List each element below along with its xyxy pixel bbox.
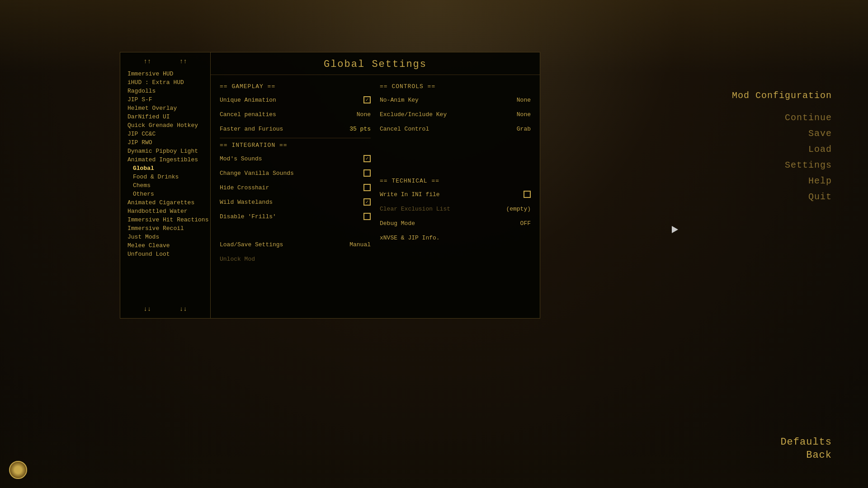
no-anim-key-value[interactable]: None [504, 97, 531, 103]
controls-header: == CONTROLS == [380, 83, 531, 90]
exclude-include-value[interactable]: None [504, 111, 531, 118]
setting-write-ini: Write In INI file [380, 189, 531, 200]
scroll-up-left-icon[interactable]: ↑↑ [143, 58, 151, 65]
setting-cancel-control: Cancel Control Grab [380, 123, 531, 134]
load-save-value[interactable]: Manual [344, 241, 371, 248]
sidebar: ↑↑ ↑↑ Immersive HUD iHUD : Extra HUD Rag… [120, 52, 211, 318]
technical-header: == TECHNICAL == [380, 178, 531, 184]
no-anim-key-label: No-Anim Key [380, 97, 504, 103]
sidebar-item-ihud-extra[interactable]: iHUD : Extra HUD [122, 78, 208, 87]
wild-wastelands-checkbox[interactable] [363, 198, 371, 206]
setting-xnvse-jip: xNVSE & JIP Info. [380, 232, 531, 243]
unlock-mod-label: Unlock Mod [220, 256, 371, 263]
faster-furious-value[interactable]: 35 pts [344, 126, 371, 132]
setting-unique-animation: Unique Animation [220, 94, 371, 105]
setting-disable-frills: Disable 'Frills' [220, 211, 371, 222]
sidebar-item-immersive-recoil[interactable]: Immersive Recoil [122, 224, 208, 233]
sidebar-arrows-bottom: ↓↓ ↓↓ [120, 304, 210, 314]
hide-crosshair-checkbox[interactable] [363, 184, 371, 191]
main-panel: ↑↑ ↑↑ Immersive HUD iHUD : Extra HUD Rag… [120, 52, 540, 319]
setting-hide-crosshair: Hide Crosshair [220, 182, 371, 193]
scroll-up-right-icon[interactable]: ↑↑ [179, 58, 187, 65]
setting-mods-sounds: Mod's Sounds [220, 153, 371, 164]
left-column: == GAMEPLAY == Unique Animation Cancel p… [220, 80, 371, 311]
sidebar-item-global[interactable]: Global [122, 164, 208, 173]
sidebar-item-food-drinks[interactable]: Food & Drinks [122, 173, 208, 181]
sidebar-item-animated-ingestibles[interactable]: Animated Ingestibles [122, 155, 208, 164]
setting-clear-exclusion: Clear Exclusion List (empty) [380, 203, 531, 214]
sidebar-arrows-top: ↑↑ ↑↑ [120, 56, 210, 67]
setting-cancel-penalties: Cancel penalties None [220, 109, 371, 120]
sidebar-item-melee-cleave[interactable]: Melee Cleave [122, 241, 208, 250]
sidebar-item-just-mods[interactable]: Just Mods [122, 233, 208, 241]
sidebar-item-others[interactable]: Others [122, 190, 208, 198]
clear-exclusion-label: Clear Exclusion List [380, 206, 504, 212]
sidebar-item-grenade-hotkey[interactable]: Quick Grenade Hotkey [122, 121, 208, 130]
sidebar-item-jip-rwo[interactable]: JIP RWO [122, 138, 208, 147]
wild-wastelands-label: Wild Wastelands [220, 199, 363, 206]
gameplay-header: == GAMEPLAY == [220, 83, 371, 90]
sidebar-item-hit-reactions[interactable]: Immersive Hit Reactions [122, 216, 208, 224]
sidebar-item-handbottled-water[interactable]: Handbottled Water [122, 207, 208, 216]
panel-title: Global Settings [211, 52, 540, 75]
setting-faster-furious: Faster and Furious 35 pts [220, 123, 371, 134]
hide-crosshair-label: Hide Crosshair [220, 184, 363, 191]
write-ini-checkbox[interactable] [524, 191, 531, 198]
cancel-penalties-value[interactable]: None [344, 111, 371, 118]
setting-exclude-include-key: Exclude/Include Key None [380, 109, 531, 120]
debug-mode-value[interactable]: OFF [504, 220, 531, 227]
sidebar-item-unfound-loot[interactable]: Unfound Loot [122, 250, 208, 258]
settings-button[interactable]: Settings [785, 159, 832, 171]
sidebar-item-jip-ccc[interactable]: JIP CC&C [122, 130, 208, 138]
setting-change-vanilla: Change Vanilla Sounds [220, 168, 371, 178]
exclude-include-label: Exclude/Include Key [380, 111, 504, 118]
xnvse-jip-label[interactable]: xNVSE & JIP Info. [380, 235, 531, 241]
save-button[interactable]: Save [808, 127, 832, 140]
load-save-label: Load/Save Settings [220, 241, 344, 248]
setting-no-anim-key: No-Anim Key None [380, 94, 531, 105]
sidebar-item-animated-cigarettes[interactable]: Animated Cigarettes [122, 198, 208, 207]
sidebar-item-ragdolls[interactable]: Ragdolls [122, 87, 208, 95]
write-ini-label: Write In INI file [380, 191, 524, 198]
setting-load-save: Load/Save Settings Manual [220, 239, 371, 250]
sidebar-item-helmet-overlay[interactable]: Helmet Overlay [122, 104, 208, 113]
back-button[interactable]: Back [806, 450, 832, 461]
mod-config-title: Mod Configuration [732, 90, 832, 101]
mouse-cursor [672, 226, 678, 233]
change-vanilla-label: Change Vanilla Sounds [220, 170, 363, 177]
quit-button[interactable]: Quit [808, 191, 832, 203]
right-menu-panel: Mod Configuration Continue Save Load Set… [732, 90, 832, 203]
unique-animation-checkbox[interactable] [363, 96, 371, 103]
setting-wild-wastelands: Wild Wastelands [220, 197, 371, 207]
right-column: == CONTROLS == No-Anim Key None Exclude/… [380, 80, 531, 311]
sidebar-item-jip-sf[interactable]: JIP S-F [122, 95, 208, 104]
load-button[interactable]: Load [808, 143, 832, 155]
sidebar-list: Immersive HUD iHUD : Extra HUD Ragdolls … [120, 70, 210, 304]
sidebar-item-immersive-hud[interactable]: Immersive HUD [122, 70, 208, 78]
scroll-down-right-icon[interactable]: ↓↓ [179, 305, 187, 313]
defaults-button[interactable]: Defaults [780, 436, 832, 448]
continue-button[interactable]: Continue [785, 112, 832, 124]
content-body: == GAMEPLAY == Unique Animation Cancel p… [211, 75, 540, 316]
mods-sounds-label: Mod's Sounds [220, 155, 363, 162]
debug-mode-label: Debug Mode [380, 220, 504, 227]
sidebar-item-dynamic-pipboy[interactable]: Dynamic Pipboy Light [122, 147, 208, 155]
change-vanilla-checkbox[interactable] [363, 169, 371, 177]
sidebar-item-chems[interactable]: Chems [122, 181, 208, 190]
clear-exclusion-value: (empty) [504, 206, 531, 212]
integration-header: == INTEGRATION == [220, 142, 371, 149]
faster-furious-label: Faster and Furious [220, 126, 344, 132]
bottom-buttons: Defaults Back [780, 436, 832, 461]
setting-unlock-mod: Unlock Mod [220, 253, 371, 264]
sidebar-item-darnified[interactable]: DarNified UI [122, 113, 208, 121]
scroll-down-left-icon[interactable]: ↓↓ [143, 305, 151, 313]
mods-sounds-checkbox[interactable] [363, 155, 371, 162]
content-area: Global Settings == GAMEPLAY == Unique An… [211, 52, 540, 318]
help-button[interactable]: Help [808, 175, 832, 187]
cancel-control-value[interactable]: Grab [504, 126, 531, 132]
cancel-control-label: Cancel Control [380, 126, 504, 132]
divider1 [220, 138, 371, 138]
disable-frills-checkbox[interactable] [363, 213, 371, 220]
cancel-penalties-label: Cancel penalties [220, 111, 344, 118]
disable-frills-label: Disable 'Frills' [220, 213, 363, 220]
